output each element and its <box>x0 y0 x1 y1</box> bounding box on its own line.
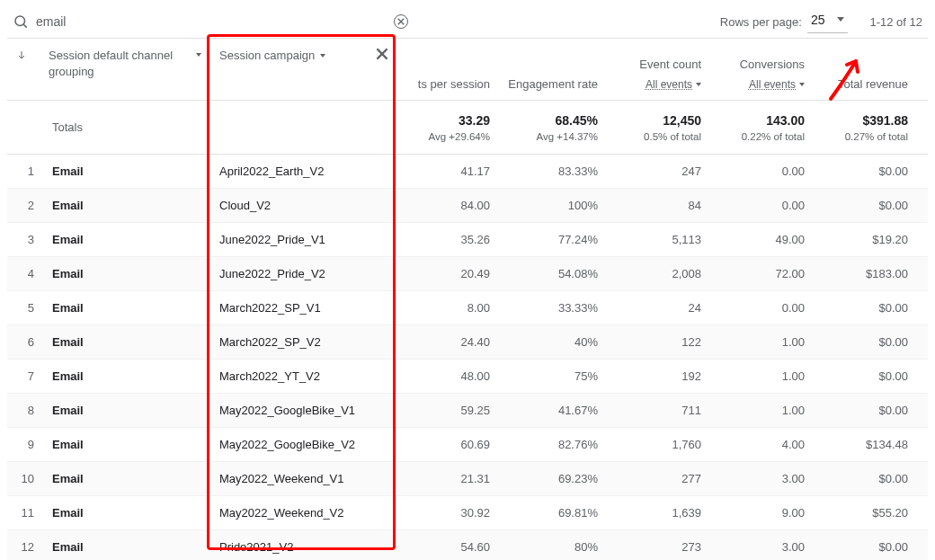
row-c6: 3.00 <box>708 531 812 560</box>
remove-dimension-icon[interactable] <box>376 48 388 63</box>
pagination-range: 1-12 of 12 <box>869 15 922 29</box>
col-conversions-header[interactable]: Conversions All events <box>708 39 812 100</box>
col-total-revenue-header[interactable]: Total revenue <box>812 39 915 100</box>
col-c7-label: Total revenue <box>838 77 908 91</box>
row-channel: Email <box>43 156 214 187</box>
row-c5: 273 <box>605 531 708 560</box>
rpp-value: 25 <box>811 13 825 27</box>
table-row[interactable]: 3EmailJune2022_Pride_V135.2677.24%5,1134… <box>7 223 928 257</box>
row-c6: 0.00 <box>708 156 812 187</box>
col-channel-label: Session default channel grouping <box>49 48 192 80</box>
row-c7: $55.20 <box>812 497 915 529</box>
sort-arrow-down-icon[interactable] <box>16 49 43 60</box>
row-c3: 59.25 <box>394 395 497 426</box>
table-row[interactable]: 2EmailCloud_V284.00100%840.00$0.00 <box>7 189 928 223</box>
row-index: 7 <box>7 369 43 383</box>
row-c5: 5,113 <box>605 224 708 255</box>
row-c3: 24.40 <box>394 326 497 358</box>
row-c6: 1.00 <box>708 360 812 392</box>
row-c7: $0.00 <box>812 156 915 187</box>
row-c6: 1.00 <box>708 326 812 358</box>
row-c6: 3.00 <box>708 463 812 494</box>
row-c5: 84 <box>605 190 708 221</box>
row-c4: 40% <box>497 326 605 358</box>
col-event-count-header[interactable]: Event count All events <box>605 39 708 100</box>
table-toolbar: Rows per page: 25 1-12 of 12 <box>7 5 928 38</box>
col-events-per-session-header[interactable]: ts per session <box>394 39 497 100</box>
col-channel-header[interactable]: Session default channel grouping <box>43 39 214 89</box>
table-row[interactable]: 8EmailMay2022_GoogleBike_V159.2541.67%71… <box>7 394 928 428</box>
row-c7: $0.00 <box>812 360 915 392</box>
chevron-down-icon <box>196 53 201 57</box>
rows-per-page: Rows per page: 25 <box>720 11 849 33</box>
row-c3: 35.26 <box>394 224 497 255</box>
row-c6: 4.00 <box>708 429 812 460</box>
row-c7: $0.00 <box>812 190 915 221</box>
table-row[interactable]: 5EmailMarch2022_SP_V18.0033.33%240.00$0.… <box>7 291 928 325</box>
row-index: 9 <box>7 438 43 451</box>
table-row[interactable]: 12EmailPride2021_V254.6080%2733.00$0.00 <box>7 530 928 560</box>
table-row[interactable]: 11EmailMay2022_Weekend_V230.9269.81%1,63… <box>7 496 928 530</box>
row-index: 10 <box>7 472 43 485</box>
row-channel: Email <box>43 224 214 255</box>
row-c5: 24 <box>605 292 708 324</box>
row-index: 4 <box>7 267 43 280</box>
col-index-header <box>7 39 43 60</box>
row-c4: 82.76% <box>497 429 605 460</box>
row-c7: $0.00 <box>812 292 915 324</box>
rpp-select[interactable]: 25 <box>807 11 849 33</box>
row-channel: Email <box>43 326 214 358</box>
row-channel: Email <box>43 497 214 529</box>
chevron-down-icon <box>320 54 325 58</box>
row-campaign: May2022_GoogleBike_V2 <box>214 429 394 460</box>
row-c5: 122 <box>605 326 708 358</box>
row-c4: 100% <box>497 190 605 221</box>
table-row[interactable]: 9EmailMay2022_GoogleBike_V260.6982.76%1,… <box>7 428 928 462</box>
row-channel: Email <box>43 360 214 392</box>
row-index: 5 <box>7 301 43 315</box>
search-input[interactable] <box>36 14 387 29</box>
row-index: 1 <box>7 164 43 178</box>
row-index: 3 <box>7 233 43 246</box>
table-row[interactable]: 1EmailApril2022_Earth_V241.1783.33%2470.… <box>7 155 928 189</box>
chevron-down-icon <box>799 83 805 86</box>
row-campaign: May2022_Weekend_V2 <box>214 497 394 529</box>
col-engagement-rate-header[interactable]: Engagement rate <box>497 39 605 100</box>
row-c4: 33.33% <box>497 292 605 324</box>
event-count-filter[interactable]: All events <box>646 78 701 91</box>
totals-c6: 143.00 0.22% of total <box>708 104 812 151</box>
row-c3: 8.00 <box>394 292 497 324</box>
table-row[interactable]: 6EmailMarch2022_SP_V224.4040%1221.00$0.0… <box>7 325 928 360</box>
row-c7: $0.00 <box>812 463 915 494</box>
totals-c5: 12,450 0.5% of total <box>605 104 708 151</box>
svg-point-0 <box>15 16 25 26</box>
totals-c3: 33.29 Avg +29.64% <box>394 104 497 151</box>
row-c7: $0.00 <box>812 395 915 426</box>
row-c4: 83.33% <box>497 156 605 187</box>
row-channel: Email <box>43 429 214 460</box>
row-c4: 41.67% <box>497 395 605 426</box>
totals-c4: 68.45% Avg +14.37% <box>497 104 605 151</box>
conversions-filter[interactable]: All events <box>749 78 805 91</box>
row-c3: 60.69 <box>394 429 497 460</box>
totals-label: Totals <box>52 120 83 134</box>
row-c6: 0.00 <box>708 292 812 324</box>
table-row[interactable]: 4EmailJune2022_Pride_V220.4954.08%2,0087… <box>7 257 928 291</box>
row-index: 11 <box>7 506 43 520</box>
table-row[interactable]: 7EmailMarch2022_YT_V248.0075%1921.00$0.0… <box>7 360 928 394</box>
row-c7: $134.48 <box>812 429 915 460</box>
col-campaign-header[interactable]: Session campaign <box>214 39 394 72</box>
row-campaign: March2022_SP_V2 <box>214 326 394 358</box>
clear-search-icon[interactable] <box>394 14 408 29</box>
row-c7: $0.00 <box>812 326 915 358</box>
col-c4-label: Engagement rate <box>508 77 598 91</box>
row-channel: Email <box>43 463 214 494</box>
search-wrap <box>13 13 408 30</box>
totals-c7: $391.88 0.27% of total <box>812 104 915 151</box>
row-c7: $19.20 <box>812 224 915 255</box>
row-c6: 49.00 <box>708 224 812 255</box>
row-c6: 72.00 <box>708 258 812 289</box>
chevron-down-icon <box>696 83 701 86</box>
table-row[interactable]: 10EmailMay2022_Weekend_V121.3169.23%2773… <box>7 462 928 496</box>
chevron-down-icon <box>837 17 844 22</box>
